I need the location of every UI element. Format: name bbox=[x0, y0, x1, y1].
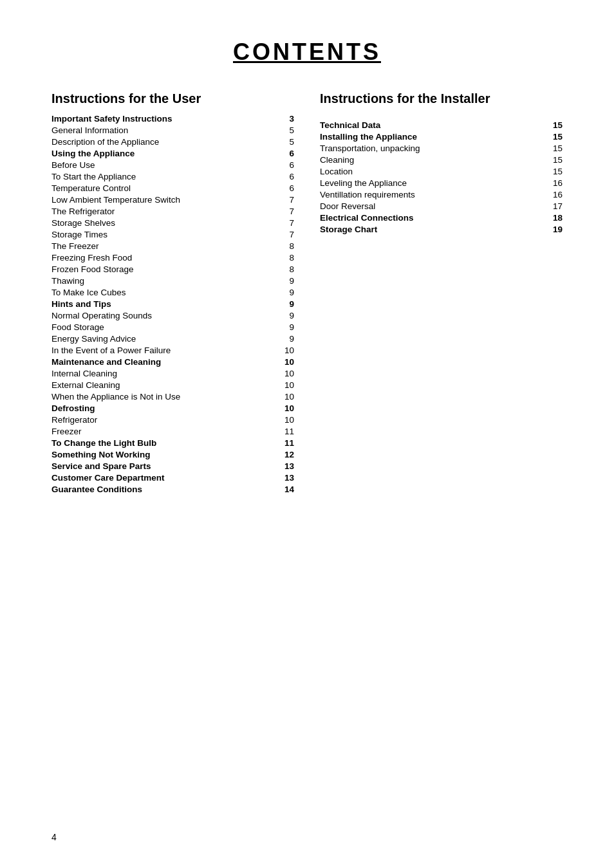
right-toc: Technical Data15Installing the Appliance… bbox=[320, 114, 563, 234]
toc-entry-label: Low Ambient Temperature Switch bbox=[51, 195, 281, 205]
toc-entry-page: 15 bbox=[550, 167, 563, 176]
toc-entry-label: Food Storage bbox=[51, 322, 281, 332]
toc-entry-page: 10 bbox=[281, 369, 294, 378]
left-toc-entry: Customer Care Department13 bbox=[51, 473, 294, 483]
right-column: Instructions for the Installer Technical… bbox=[320, 91, 563, 496]
left-toc-entry: Defrosting10 bbox=[51, 403, 294, 413]
left-toc-entry: Before Use6 bbox=[51, 160, 294, 170]
left-toc-entry: Thawing9 bbox=[51, 276, 294, 286]
left-toc-entry: General Information5 bbox=[51, 125, 294, 135]
left-toc-entry: When the Appliance is Not in Use10 bbox=[51, 392, 294, 402]
left-toc-entry: Normal Operating Sounds9 bbox=[51, 311, 294, 320]
toc-entry-page: 9 bbox=[281, 276, 294, 286]
toc-entry-label: In the Event of a Power Failure bbox=[51, 346, 281, 355]
right-toc-entry: Ventillation requirements16 bbox=[320, 190, 563, 199]
toc-entry-page: 9 bbox=[281, 288, 294, 297]
right-toc-entry: Leveling the Appliance16 bbox=[320, 178, 563, 188]
toc-entry-label: To Start the Appliance bbox=[51, 172, 281, 181]
toc-entry-label: Freezer bbox=[51, 427, 281, 436]
left-toc-entry: Using the Appliance6 bbox=[51, 149, 294, 158]
toc-entry-page: 6 bbox=[281, 160, 294, 170]
toc-entry-label: Refrigerator bbox=[51, 415, 281, 425]
toc-entry-page: 10 bbox=[281, 415, 294, 425]
toc-entry-page: 10 bbox=[281, 403, 294, 413]
page-number: 4 bbox=[51, 832, 57, 842]
toc-entry-label: General Information bbox=[51, 125, 281, 135]
left-toc-entry: Refrigerator10 bbox=[51, 415, 294, 425]
left-toc-entry: To Start the Appliance6 bbox=[51, 172, 294, 181]
toc-entry-page: 17 bbox=[550, 201, 563, 211]
toc-entry-label: Hints and Tips bbox=[51, 299, 281, 309]
left-toc-entry: Frozen Food Storage8 bbox=[51, 264, 294, 274]
toc-entry-label: Storage Shelves bbox=[51, 218, 281, 228]
toc-entry-page: 6 bbox=[281, 183, 294, 193]
toc-entry-label: Installing the Appliance bbox=[320, 132, 550, 142]
toc-entry-page: 10 bbox=[281, 357, 294, 367]
toc-entry-page: 11 bbox=[281, 427, 294, 436]
left-toc-entry: Storage Shelves7 bbox=[51, 218, 294, 228]
toc-entry-page: 13 bbox=[281, 473, 294, 483]
toc-entry-page: 8 bbox=[281, 241, 294, 251]
right-toc-entry: Cleaning15 bbox=[320, 155, 563, 165]
toc-entry-page: 7 bbox=[281, 207, 294, 216]
toc-entry-label: Energy Saving Advice bbox=[51, 334, 281, 344]
columns-container: Instructions for the User Important Safe… bbox=[51, 91, 563, 496]
toc-entry-page: 7 bbox=[281, 218, 294, 228]
toc-entry-page: 7 bbox=[281, 230, 294, 239]
toc-entry-label: Technical Data bbox=[320, 120, 550, 130]
left-toc-entry: Storage Times7 bbox=[51, 230, 294, 239]
toc-entry-page: 13 bbox=[281, 461, 294, 471]
right-toc-entry: Electrical Connections18 bbox=[320, 213, 563, 223]
toc-entry-page: 19 bbox=[550, 225, 563, 234]
toc-entry-label: Door Reversal bbox=[320, 201, 550, 211]
toc-entry-label: Description of the Appliance bbox=[51, 137, 281, 147]
toc-entry-label: Customer Care Department bbox=[51, 473, 281, 483]
toc-entry-label: Storage Times bbox=[51, 230, 281, 239]
toc-entry-page: 6 bbox=[281, 149, 294, 158]
toc-entry-page: 12 bbox=[281, 450, 294, 459]
toc-entry-label: Service and Spare Parts bbox=[51, 461, 281, 471]
left-toc-entry: The Freezer8 bbox=[51, 241, 294, 251]
right-toc-entry: Location15 bbox=[320, 167, 563, 176]
toc-entry-page: 15 bbox=[550, 132, 563, 142]
toc-entry-label: The Freezer bbox=[51, 241, 281, 251]
toc-entry-page: 18 bbox=[550, 213, 563, 223]
toc-entry-label: Leveling the Appliance bbox=[320, 178, 550, 188]
left-toc-entry: Guarantee Conditions14 bbox=[51, 485, 294, 494]
toc-entry-page: 15 bbox=[550, 155, 563, 165]
toc-entry-page: 9 bbox=[281, 334, 294, 344]
toc-entry-page: 14 bbox=[281, 485, 294, 494]
toc-entry-page: 5 bbox=[281, 137, 294, 147]
left-toc-entry: Service and Spare Parts13 bbox=[51, 461, 294, 471]
toc-entry-label: Something Not Working bbox=[51, 450, 281, 459]
toc-entry-page: 10 bbox=[281, 392, 294, 402]
toc-entry-page: 11 bbox=[281, 438, 294, 448]
toc-entry-page: 16 bbox=[550, 190, 563, 199]
toc-entry-page: 8 bbox=[281, 253, 294, 263]
toc-entry-label: To Make Ice Cubes bbox=[51, 288, 281, 297]
toc-entry-label: Before Use bbox=[51, 160, 281, 170]
toc-entry-label: Freezing Fresh Food bbox=[51, 253, 281, 263]
toc-entry-label: Using the Appliance bbox=[51, 149, 281, 158]
left-toc-entry: Freezing Fresh Food8 bbox=[51, 253, 294, 263]
left-toc-entry: Low Ambient Temperature Switch7 bbox=[51, 195, 294, 205]
left-toc-entry: Something Not Working12 bbox=[51, 450, 294, 459]
left-toc-entry: To Make Ice Cubes9 bbox=[51, 288, 294, 297]
left-toc-entry: External Cleaning10 bbox=[51, 380, 294, 390]
toc-entry-label: Storage Chart bbox=[320, 225, 550, 234]
toc-entry-page: 7 bbox=[281, 195, 294, 205]
toc-entry-label: Ventillation requirements bbox=[320, 190, 550, 199]
toc-entry-page: 16 bbox=[550, 178, 563, 188]
toc-entry-label: External Cleaning bbox=[51, 380, 281, 390]
toc-entry-label: The Refrigerator bbox=[51, 207, 281, 216]
right-toc-entry: Technical Data15 bbox=[320, 120, 563, 130]
left-toc-entry: Food Storage9 bbox=[51, 322, 294, 332]
toc-entry-label: Transportation, unpacking bbox=[320, 143, 550, 153]
toc-entry-page: 10 bbox=[281, 346, 294, 355]
left-column: Instructions for the User Important Safe… bbox=[51, 91, 294, 496]
right-toc-entry: Transportation, unpacking15 bbox=[320, 143, 563, 153]
left-toc: Important Safety Instructions3General In… bbox=[51, 114, 294, 494]
toc-entry-label: Internal Cleaning bbox=[51, 369, 281, 378]
left-toc-entry: Description of the Appliance5 bbox=[51, 137, 294, 147]
toc-entry-label: Normal Operating Sounds bbox=[51, 311, 281, 320]
